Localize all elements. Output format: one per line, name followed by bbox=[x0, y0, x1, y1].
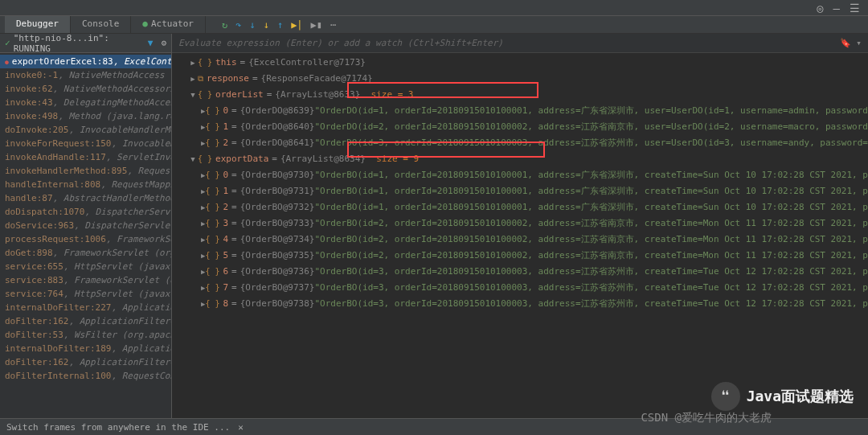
stack-frame[interactable]: handleInternal:808, RequestMapping bbox=[0, 178, 171, 191]
frames-panel: ✓ "http-nio-8...in": RUNNING ▼ ⚙ exportO… bbox=[0, 34, 172, 418]
stack-frame[interactable]: internalDoFilter:189, ApplicationFilte bbox=[0, 342, 171, 355]
title-bar: ◎ — ☰ bbox=[0, 0, 868, 16]
object-icon: { } bbox=[205, 298, 219, 310]
stack-frame[interactable]: doFilter:162, ApplicationFilterChain ( bbox=[0, 314, 171, 328]
stack-frame[interactable]: invoke:43, DelegatingMethodAcces bbox=[0, 96, 171, 109]
close-tip-icon[interactable]: ✕ bbox=[238, 422, 244, 433]
more-icon[interactable]: ⋯ bbox=[330, 19, 336, 31]
object-icon: { } bbox=[205, 281, 219, 294]
object-icon: { } bbox=[205, 137, 219, 150]
list-item[interactable]: ▶{ }0={OrderBO@9730} "OrderBO(id=1, orde… bbox=[172, 167, 868, 183]
list-item[interactable]: ▶{ }2={OrderBO@9732} "OrderBO(id=1, orde… bbox=[172, 199, 868, 215]
stack-frame[interactable]: doDispatch:1070, DispatcherServlet bbox=[0, 205, 171, 219]
evaluate-placeholder: Evaluate expression (Enter) or add a wat… bbox=[178, 38, 503, 48]
step-toolbar: ↻ ↷ ↓ ↓ ↑ ▶| ▶▮ ⋯ bbox=[222, 16, 336, 33]
evaluate-bar[interactable]: Evaluate expression (Enter) or add a wat… bbox=[172, 34, 868, 53]
minimize-icon[interactable]: — bbox=[833, 2, 840, 14]
tab-actuator[interactable]: ●Actuator bbox=[131, 16, 206, 33]
stack-frame[interactable]: invoke:498, Method (java.lang.reflec bbox=[0, 109, 171, 123]
list-item[interactable]: ▶{ }6={OrderBO@9736} "OrderBO(id=3, orde… bbox=[172, 264, 868, 280]
csdn-watermark: CSDN @爱吃牛肉的大老虎 bbox=[641, 411, 772, 425]
watermark-text: Java面试题精选 bbox=[747, 387, 854, 406]
variables-tree: ▶ { } this = {ExcelController@7173} ▶ ⧉ … bbox=[172, 53, 868, 314]
thread-selector[interactable]: ✓ "http-nio-8...in": RUNNING ▼ ⚙ bbox=[0, 34, 171, 53]
stack-frame[interactable]: invokeHandlerMethod:895, Request bbox=[0, 164, 171, 178]
stack-frame[interactable]: invokeAndHandle:117, ServletInvoc bbox=[0, 150, 171, 164]
list-item[interactable]: ▶{ }7={OrderBO@9737} "OrderBO(id=3, orde… bbox=[172, 280, 868, 296]
debugger-tabs: Debugger Console ●Actuator ↻ ↷ ↓ ↓ ↑ ▶| … bbox=[0, 16, 868, 34]
menu-icon[interactable]: ☰ bbox=[850, 2, 860, 14]
evaluate-frame-icon[interactable]: ▶▮ bbox=[311, 19, 322, 31]
object-icon: { } bbox=[198, 56, 212, 69]
stack-frame[interactable]: invoke0:-1, NativeMethodAccess bbox=[0, 68, 171, 82]
list-item[interactable]: ▶{ }1={OrderBO@9731} "OrderBO(id=1, orde… bbox=[172, 183, 868, 199]
list-item[interactable]: ▶{ }5={OrderBO@9735} "OrderBO(id=2, orde… bbox=[172, 248, 868, 264]
list-item[interactable]: ▶{ }1={OrderDO@8640} "OrderDO(id=2, orde… bbox=[172, 119, 868, 135]
var-exportdata[interactable]: ▼ { } exportData = {ArrayList@8634} size… bbox=[172, 151, 868, 167]
stack-frame[interactable]: handle:87, AbstractHandlerMethod bbox=[0, 191, 171, 205]
stack-frame[interactable]: doFilter:53, WsFilter (org.apache.tom bbox=[0, 328, 171, 342]
wechat-icon: ❝ bbox=[711, 382, 740, 411]
stack-frame[interactable]: service:764, HttpServlet (javax.servle bbox=[0, 287, 171, 301]
object-icon: { } bbox=[198, 88, 212, 101]
stack-frame[interactable]: service:883, FrameworkServlet (org. bbox=[0, 273, 171, 287]
var-response[interactable]: ▶ ⧉ response = {ResponseFacade@7174} bbox=[172, 71, 868, 87]
bookmark-icon[interactable]: 🔖 ▾ bbox=[840, 38, 862, 48]
variables-panel: Evaluate expression (Enter) or add a wat… bbox=[172, 34, 868, 418]
stack-frame[interactable]: internalDoFilter:227, ApplicationFilte bbox=[0, 301, 171, 314]
stack-frame[interactable]: doFilter:162, ApplicationFilterChain ( bbox=[0, 355, 171, 369]
var-this[interactable]: ▶ { } this = {ExcelController@7173} bbox=[172, 55, 868, 71]
actuator-icon: ● bbox=[142, 18, 148, 29]
force-step-into-icon[interactable]: ↓ bbox=[264, 19, 269, 31]
list-item[interactable]: ▶{ }4={OrderBO@9734} "OrderBO(id=2, orde… bbox=[172, 232, 868, 248]
stack-frame[interactable]: doInvoke:205, InvocableHandlerMe bbox=[0, 123, 171, 137]
object-icon: { } bbox=[205, 217, 219, 230]
stack-frame[interactable]: doGet:898, FrameworkServlet (org.s bbox=[0, 246, 171, 260]
collapse-icon[interactable]: ▼ bbox=[188, 153, 198, 166]
stack-frame[interactable]: exportOrderExcel:83, ExcelController bbox=[0, 55, 171, 68]
object-icon: { } bbox=[205, 249, 219, 262]
object-icon: { } bbox=[205, 233, 219, 246]
object-icon: { } bbox=[205, 201, 219, 214]
expand-icon[interactable]: ▶ bbox=[188, 72, 198, 85]
object-icon: { } bbox=[198, 153, 212, 166]
status-text: Switch frames from anywhere in the IDE .… bbox=[6, 422, 230, 433]
stack-frame[interactable]: processRequest:1006, FrameworkSe bbox=[0, 232, 171, 246]
collapse-icon[interactable]: ▼ bbox=[188, 88, 198, 101]
stack-frame[interactable]: doService:963, DispatcherServlet (o bbox=[0, 219, 171, 232]
frames-list: exportOrderExcel:83, ExcelControllerinvo… bbox=[0, 53, 171, 384]
check-icon: ✓ bbox=[5, 38, 10, 48]
field-icon: ⧉ bbox=[198, 72, 203, 85]
tab-console[interactable]: Console bbox=[71, 16, 131, 33]
settings-icon[interactable]: ⚙ bbox=[161, 38, 166, 48]
stack-frame[interactable]: invokeForRequest:150, InvocableH bbox=[0, 137, 171, 150]
step-into-icon[interactable]: ↓ bbox=[249, 19, 255, 31]
object-icon: { } bbox=[205, 105, 219, 117]
thread-name: "http-nio-8...in": RUNNING bbox=[14, 34, 145, 54]
object-icon: { } bbox=[205, 121, 219, 133]
object-icon: { } bbox=[205, 169, 219, 182]
step-out-icon[interactable]: ↑ bbox=[277, 19, 283, 31]
run-to-cursor-icon[interactable]: ▶| bbox=[291, 19, 302, 31]
stack-frame[interactable]: doFilterInternal:100, RequestContex bbox=[0, 369, 171, 383]
list-item[interactable]: ▶{ }3={OrderBO@9733} "OrderBO(id=2, orde… bbox=[172, 215, 868, 232]
target-icon[interactable]: ◎ bbox=[817, 2, 823, 14]
filter-icon[interactable]: ▼ bbox=[148, 38, 154, 48]
stack-frame[interactable]: invoke:62, NativeMethodAccessorIm bbox=[0, 82, 171, 96]
object-icon: { } bbox=[205, 185, 219, 198]
object-icon: { } bbox=[205, 265, 219, 278]
list-item[interactable]: ▶{ }0={OrderDO@8639} "OrderDO(id=1, orde… bbox=[172, 103, 868, 119]
expand-icon[interactable]: ▶ bbox=[188, 56, 198, 69]
list-item[interactable]: ▶{ }2={OrderDO@8641} "OrderDO(id=3, orde… bbox=[172, 135, 868, 151]
step-over-icon[interactable]: ↷ bbox=[235, 19, 241, 31]
stack-frame[interactable]: service:655, HttpServlet (javax.servle bbox=[0, 260, 171, 273]
watermark: ❝ Java面试题精选 bbox=[711, 382, 854, 411]
tab-debugger[interactable]: Debugger bbox=[5, 16, 71, 33]
restart-icon[interactable]: ↻ bbox=[222, 19, 227, 31]
var-orderlist[interactable]: ▼ { } orderList = {ArrayList@8633} size … bbox=[172, 87, 868, 103]
list-item[interactable]: ▶{ }8={OrderBO@9738} "OrderBO(id=3, orde… bbox=[172, 296, 868, 312]
